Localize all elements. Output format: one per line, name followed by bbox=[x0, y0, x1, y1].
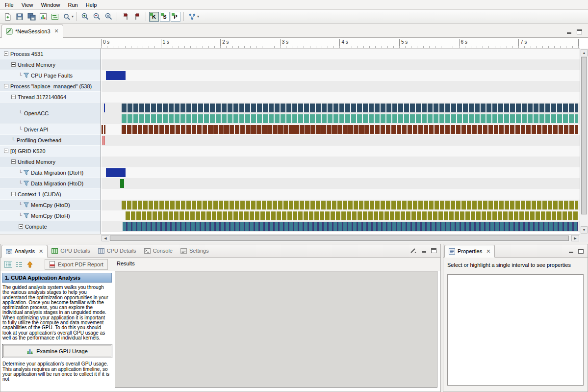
maximize-icon[interactable] bbox=[431, 248, 436, 253]
capture-button[interactable] bbox=[61, 11, 73, 23]
timeline-track-0-grid-k520[interactable] bbox=[102, 146, 580, 157]
row-label-compute[interactable]: Compute bbox=[0, 221, 101, 232]
interval-bar[interactable] bbox=[122, 201, 578, 209]
timeline-track-thread-3172140864[interactable] bbox=[102, 92, 580, 103]
maximize-icon[interactable] bbox=[577, 29, 582, 34]
timeline-ruler[interactable]: 0 s1 s2 s3 s4 s5 s6 s7 s8 s bbox=[101, 38, 580, 49]
minimize-icon[interactable] bbox=[566, 29, 572, 34]
unguided-analysis-toggle[interactable] bbox=[14, 259, 25, 270]
tab-settings[interactable]: Settings bbox=[177, 244, 213, 257]
row-label-memcpy-htod[interactable]: └MemCpy (HtoD) bbox=[0, 200, 101, 210]
collapse-toggle-icon[interactable] bbox=[4, 84, 8, 88]
save-button[interactable] bbox=[14, 11, 26, 23]
zoom-out-button[interactable] bbox=[91, 11, 102, 23]
collapse-toggle-icon[interactable] bbox=[11, 192, 16, 196]
timeline-track-data-migration-dtoh[interactable] bbox=[102, 167, 580, 178]
tab-properties[interactable]: Properties ✕ bbox=[444, 245, 495, 258]
row-label-cpu-page-faults[interactable]: └CPU Page Faults bbox=[0, 70, 101, 81]
tab-console[interactable]: Console bbox=[140, 244, 177, 257]
menu-item-help[interactable]: Help bbox=[82, 1, 101, 9]
row-label-driver-api[interactable]: └Driver API bbox=[0, 124, 101, 135]
timeline-track-profiling-overhead[interactable] bbox=[102, 135, 580, 146]
row-label-profiling-overhead[interactable]: └Profiling Overhead bbox=[0, 135, 101, 146]
interval-bar[interactable] bbox=[104, 104, 105, 112]
row-label-data-migration-htod[interactable]: └Data Migration (HtoD) bbox=[0, 178, 101, 189]
generate-timeline-button[interactable] bbox=[49, 11, 61, 23]
timeline-track-unified-memory[interactable] bbox=[102, 157, 580, 167]
horizontal-scrollbar[interactable]: ◀ ▶ bbox=[101, 234, 580, 242]
row-label-context-1-cuda[interactable]: Context 1 (CUDA) bbox=[0, 189, 101, 200]
collapse-toggle-icon[interactable] bbox=[11, 62, 16, 67]
interval-bar[interactable] bbox=[122, 114, 578, 123]
minimize-icon[interactable] bbox=[568, 249, 574, 254]
vertical-scrollbar[interactable]: ▲ ▼ bbox=[580, 49, 588, 234]
row-label-process-laplace-managed-538[interactable]: Process "laplace_managed" (538) bbox=[0, 81, 101, 92]
timeline-track-driver-api[interactable] bbox=[102, 124, 580, 135]
timeline-track-memcpy-htod[interactable] bbox=[102, 200, 580, 210]
scroll-left-icon[interactable]: ◀ bbox=[102, 235, 109, 241]
row-label-openacc[interactable]: └OpenACC bbox=[0, 103, 101, 124]
prev-marker-button[interactable] bbox=[120, 11, 131, 23]
zoom-in-button[interactable] bbox=[79, 11, 91, 23]
menu-item-window[interactable]: Window bbox=[37, 1, 64, 9]
chevron-down-icon[interactable]: ▾ bbox=[197, 14, 199, 19]
scroll-right-icon[interactable]: ▶ bbox=[571, 235, 579, 241]
tab-analysis[interactable]: Analysis✕ bbox=[1, 245, 48, 258]
process-timeline-toggle[interactable]: P bbox=[171, 12, 180, 22]
interval-bar[interactable] bbox=[102, 136, 103, 145]
row-label-process-4531[interactable]: Process 4531 bbox=[0, 49, 101, 59]
interval-bar[interactable] bbox=[122, 104, 578, 112]
zoom-fit-button[interactable] bbox=[102, 11, 114, 23]
timeline-track-compute[interactable] bbox=[102, 221, 580, 232]
interval-bar[interactable] bbox=[106, 168, 126, 177]
stream-timeline-toggle[interactable]: S bbox=[160, 12, 170, 22]
timeline-track-memcpy-dtoh[interactable] bbox=[102, 210, 580, 221]
timeline-canvas[interactable] bbox=[102, 49, 580, 234]
export-pdf-button[interactable]: Export PDF Report bbox=[45, 259, 108, 270]
view-menu-icon[interactable] bbox=[410, 248, 417, 254]
guided-analysis-toggle[interactable] bbox=[3, 259, 14, 270]
row-label-thread-3172140864[interactable]: Thread 3172140864 bbox=[0, 92, 101, 103]
new-session-icon[interactable] bbox=[2, 11, 14, 23]
timeline-track-context-1-cuda[interactable] bbox=[102, 189, 580, 200]
collapse-toggle-icon[interactable] bbox=[11, 95, 16, 99]
interval-bar[interactable] bbox=[104, 136, 105, 145]
filter-icon[interactable] bbox=[24, 213, 29, 218]
timeline-track-cpu-page-faults[interactable] bbox=[102, 70, 580, 81]
close-icon[interactable]: ✕ bbox=[39, 248, 43, 255]
next-marker-button[interactable] bbox=[131, 11, 143, 23]
filter-icon[interactable] bbox=[24, 170, 29, 175]
tab-gpu-details[interactable]: GPU Details bbox=[48, 244, 94, 257]
close-icon[interactable]: ✕ bbox=[486, 248, 490, 255]
horizontal-scroll-thumb[interactable] bbox=[110, 235, 569, 241]
timeline-track-data-migration-htod[interactable] bbox=[102, 178, 580, 189]
chevron-down-icon[interactable]: ▾ bbox=[72, 14, 74, 19]
timeline-track-openacc[interactable] bbox=[102, 103, 580, 124]
interval-bar[interactable] bbox=[106, 71, 126, 80]
kernel-timeline-toggle[interactable]: K bbox=[149, 12, 159, 22]
scroll-down-icon[interactable]: ▼ bbox=[581, 226, 588, 234]
collapse-toggle-icon[interactable] bbox=[19, 224, 23, 229]
interval-bar[interactable] bbox=[104, 125, 105, 134]
row-label-memcpy-dtoh[interactable]: └MemCpy (DtoH) bbox=[0, 210, 101, 221]
menu-item-view[interactable]: View bbox=[18, 1, 37, 9]
row-label-unified-memory[interactable]: Unified Memory bbox=[0, 59, 101, 70]
filter-icon[interactable] bbox=[24, 202, 29, 208]
interval-bar[interactable] bbox=[122, 125, 578, 134]
session-tab[interactable]: *NewSession3 ✕ bbox=[1, 25, 63, 38]
save-all-button[interactable] bbox=[26, 11, 37, 23]
timeline-track-process-4531[interactable] bbox=[102, 49, 580, 59]
filter-icon[interactable] bbox=[24, 181, 29, 186]
timeline-track-process-laplace-managed-538[interactable] bbox=[102, 81, 580, 92]
interval-bar[interactable] bbox=[102, 125, 103, 134]
vertical-scroll-thumb[interactable] bbox=[581, 57, 587, 214]
row-label-unified-memory[interactable]: Unified Memory bbox=[0, 157, 101, 167]
close-icon[interactable]: ✕ bbox=[54, 28, 59, 34]
examine-gpu-usage-button[interactable]: Examine GPU Usage bbox=[3, 345, 111, 357]
menu-item-file[interactable]: File bbox=[1, 1, 18, 9]
timeline-track-unified-memory[interactable] bbox=[102, 59, 580, 70]
collapse-toggle-icon[interactable] bbox=[11, 159, 16, 164]
filter-icon[interactable] bbox=[24, 73, 29, 78]
maximize-icon[interactable] bbox=[578, 249, 584, 254]
row-label-0-grid-k520[interactable]: [0] GRID K520 bbox=[0, 146, 101, 157]
